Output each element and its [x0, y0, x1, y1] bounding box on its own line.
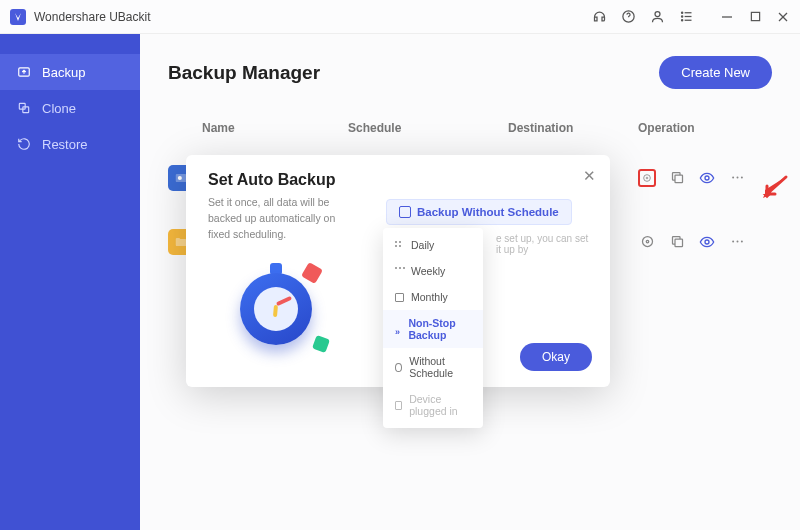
modal-subtitle: Set it once, all data will be backed up … — [208, 195, 358, 242]
schedule-settings-icon[interactable] — [638, 169, 656, 187]
svg-point-29 — [736, 241, 738, 243]
user-icon[interactable] — [650, 9, 665, 24]
dropdown-item-weekly[interactable]: Weekly — [383, 258, 483, 284]
clone-icon — [16, 100, 32, 116]
svg-point-1 — [655, 12, 660, 17]
svg-point-30 — [740, 241, 742, 243]
close-icon[interactable] — [776, 10, 790, 24]
column-destination: Destination — [508, 121, 638, 135]
svg-point-20 — [705, 176, 709, 180]
svg-point-18 — [646, 177, 648, 179]
sidebar-item-clone[interactable]: Clone — [0, 90, 140, 126]
list-icon[interactable] — [679, 9, 694, 24]
app-title: Wondershare UBackit — [34, 10, 151, 24]
chip-label: Backup Without Schedule — [417, 206, 559, 218]
maximize-icon[interactable] — [748, 10, 762, 24]
calendar-icon — [399, 206, 411, 218]
svg-rect-19 — [675, 175, 683, 183]
headset-icon[interactable] — [592, 9, 607, 24]
modal-title: Set Auto Backup — [208, 171, 588, 189]
dropdown-label: Weekly — [411, 265, 445, 277]
sidebar-item-label: Backup — [42, 65, 85, 80]
create-new-button[interactable]: Create New — [659, 56, 772, 89]
schedule-chip[interactable]: Backup Without Schedule — [386, 199, 572, 225]
backup-icon — [16, 64, 32, 80]
column-operation: Operation — [638, 121, 772, 135]
view-icon[interactable] — [698, 233, 716, 251]
svg-point-27 — [705, 240, 709, 244]
column-name: Name — [168, 121, 348, 135]
sidebar-item-label: Clone — [42, 101, 76, 116]
dropdown-item-device-plugged: Device plugged in — [383, 386, 483, 424]
modal-close-icon[interactable]: ✕ — [583, 167, 596, 185]
dropdown-item-monthly[interactable]: Monthly — [383, 284, 483, 310]
copy-icon[interactable] — [668, 233, 686, 251]
dropdown-label: Without Schedule — [409, 355, 471, 379]
dropdown-item-nonstop[interactable]: Non-Stop Backup — [383, 310, 483, 348]
modal-hint: e set up, you can set it up by — [496, 233, 596, 255]
dropdown-label: Monthly — [411, 291, 448, 303]
dropdown-label: Non-Stop Backup — [408, 317, 471, 341]
sidebar: Backup Clone Restore — [0, 34, 140, 530]
dropdown-label: Daily — [411, 239, 434, 251]
usb-icon — [395, 401, 402, 410]
svg-point-28 — [732, 241, 734, 243]
svg-point-21 — [732, 177, 734, 179]
stopwatch-illustration-icon — [226, 247, 326, 357]
sidebar-item-backup[interactable]: Backup — [0, 54, 140, 90]
svg-point-6 — [682, 20, 683, 21]
svg-point-22 — [736, 177, 738, 179]
circle-icon — [395, 363, 402, 372]
svg-point-24 — [642, 237, 652, 247]
app-logo-icon — [10, 9, 26, 25]
svg-point-23 — [740, 177, 742, 179]
restore-icon — [16, 136, 32, 152]
minimize-icon[interactable] — [720, 10, 734, 24]
svg-point-25 — [646, 240, 649, 243]
dropdown-item-daily[interactable]: Daily — [383, 232, 483, 258]
sidebar-item-restore[interactable]: Restore — [0, 126, 140, 162]
grid-icon — [395, 241, 404, 250]
dropdown-item-without-schedule[interactable]: Without Schedule — [383, 348, 483, 386]
svg-point-17 — [644, 174, 651, 181]
page-title: Backup Manager — [168, 62, 320, 84]
sidebar-item-label: Restore — [42, 137, 88, 152]
svg-rect-26 — [675, 239, 683, 247]
column-schedule: Schedule — [348, 121, 508, 135]
svg-point-2 — [682, 12, 683, 13]
schedule-dropdown: Daily Weekly Monthly Non-Stop Backup Wit… — [383, 228, 483, 428]
help-icon[interactable] — [621, 9, 636, 24]
schedule-settings-icon[interactable] — [638, 233, 656, 251]
copy-icon[interactable] — [668, 169, 686, 187]
dropdown-label: Device plugged in — [409, 393, 471, 417]
table-header: Name Schedule Destination Operation — [168, 115, 772, 145]
titlebar: Wondershare UBackit — [0, 0, 800, 34]
dots-icon — [395, 267, 404, 276]
svg-point-16 — [178, 176, 182, 180]
okay-button[interactable]: Okay — [520, 343, 592, 371]
more-icon[interactable] — [728, 233, 746, 251]
svg-rect-9 — [751, 12, 759, 20]
arrows-icon — [395, 325, 401, 334]
more-icon[interactable] — [728, 169, 746, 187]
view-icon[interactable] — [698, 169, 716, 187]
calendar-small-icon — [395, 293, 404, 302]
svg-point-4 — [682, 16, 683, 17]
